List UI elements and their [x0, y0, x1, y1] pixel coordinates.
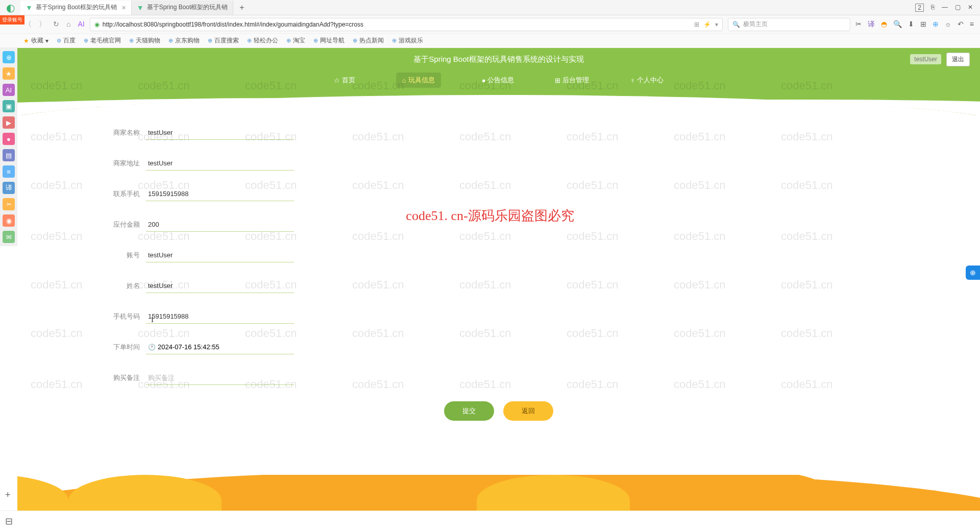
clock-icon: 🕐 [148, 344, 156, 351]
new-tab-button[interactable]: + [233, 3, 250, 12]
menu-bottom-icon[interactable]: ⊟ [5, 516, 13, 527]
site-header: 基于Spring Boot框架的玩具销售系统的设计与实现 testUser 退出… [17, 48, 980, 115]
bookmark-item[interactable]: ⊛百度 [57, 36, 76, 45]
url-input[interactable]: ◉ http://localhost:8080/springboottf198/… [90, 18, 723, 31]
flash-icon[interactable]: ⚡ [703, 21, 711, 28]
input-merchant-name[interactable] [146, 126, 294, 140]
input-amount[interactable] [146, 218, 294, 232]
sidebar-tool-7[interactable]: ▤ [3, 149, 15, 161]
bookmark-item[interactable]: ⊕老毛桃官网 [84, 36, 121, 45]
input-remark[interactable] [146, 371, 294, 385]
nav-home[interactable]: ☆首页 [334, 76, 355, 85]
input-order-time[interactable] [158, 343, 292, 351]
window-badge: 2 [915, 4, 924, 12]
bookmark-item[interactable]: ⊕轻松办公 [247, 36, 278, 45]
input-contact-phone[interactable] [146, 187, 294, 201]
nav-announce[interactable]: ●公告信息 [482, 76, 514, 85]
browser-tab-active[interactable]: ▼ 基于Spring Boot框架的玩具销 × [20, 1, 132, 15]
sidebar-tool-4[interactable]: ▣ [3, 100, 15, 112]
sidebar-tool-6[interactable]: ● [3, 133, 15, 145]
page-content: 基于Spring Boot框架的玩具销售系统的设计与实现 testUser 退出… [17, 48, 980, 511]
search-placeholder: 极简主页 [743, 20, 768, 29]
address-bar: 〈 〉 ↻ ⌂ AI ◉ http://localhost:8080/sprin… [0, 15, 980, 34]
order-form: 商家名称 商家地址 联系手机 应付金额 账号 姓名 手机号码 下单时间🕐 购买备… [17, 115, 980, 436]
translate-icon[interactable]: 译 [868, 20, 875, 29]
house-icon: ⌂ [402, 77, 406, 84]
reload-icon[interactable]: ↻ [53, 20, 59, 29]
sidebar-tool-10[interactable]: ✂ [3, 198, 15, 210]
settings-icon[interactable]: ☼ [945, 20, 951, 29]
security-icon[interactable]: ◓ [881, 20, 887, 29]
globe-icon: ⊕ [313, 37, 318, 44]
zoom-icon[interactable]: 🔍 [893, 20, 902, 29]
label-name: 姓名 [109, 281, 140, 291]
scissors-icon[interactable]: ✂ [855, 20, 862, 29]
nav-admin[interactable]: ⊞后台管理 [555, 76, 589, 85]
bottom-bar: ⊟ [0, 511, 980, 531]
logout-button[interactable]: 退出 [946, 53, 970, 66]
label-contact-phone: 联系手机 [109, 189, 140, 199]
globe-icon: ⊕ [286, 37, 291, 44]
window-maximize-icon[interactable]: ▢ [955, 4, 961, 12]
history-icon[interactable]: ↶ [958, 20, 964, 29]
bookmark-item[interactable]: ⊕网址导航 [313, 36, 345, 45]
apps-icon[interactable]: ⊞ [920, 20, 926, 29]
label-merchant-addr: 商家地址 [109, 159, 140, 168]
close-icon[interactable]: × [122, 4, 126, 12]
input-name[interactable] [146, 279, 294, 293]
globe-icon: ⊕ [208, 37, 212, 44]
menu-icon[interactable]: ≡ [970, 20, 974, 29]
wave-decoration-bottom [17, 475, 980, 511]
input-merchant-addr[interactable] [146, 156, 294, 171]
window-pin-icon[interactable]: ⎘ [931, 4, 935, 12]
submit-button[interactable]: 提交 [444, 401, 494, 421]
bookmark-item[interactable]: ⊕热点新闻 [353, 36, 384, 45]
search-input[interactable]: 🔍 极简主页 [728, 18, 850, 31]
window-close-icon[interactable]: ✕ [968, 4, 973, 12]
login-badge[interactable]: 登录账号 [0, 15, 24, 25]
dropdown-icon[interactable]: ▾ [715, 21, 718, 28]
sidebar-tool-3[interactable]: AI [3, 84, 15, 96]
bookmark-item[interactable]: ⊕淘宝 [286, 36, 305, 45]
tab-title: 基于Spring Boot框架的玩具销 [36, 3, 117, 12]
bookmark-item[interactable]: ⊕百度搜索 [208, 36, 239, 45]
browser-tab-inactive[interactable]: ▼ 基于Spring Boot框架的玩具销 [132, 1, 234, 15]
sidebar-tool-8[interactable]: ≡ [3, 165, 15, 178]
globe-icon: ⊕ [247, 37, 252, 44]
globe-icon[interactable]: ⊕ [933, 20, 939, 29]
favorites-button[interactable]: ★ 收藏 ▾ [23, 36, 48, 45]
window-controls: 2 ⎘ — ▢ ✕ [915, 4, 980, 12]
input-mobile[interactable] [146, 309, 294, 324]
bookmarks-bar: ★ 收藏 ▾ ⊛百度 ⊕老毛桃官网 ⊕天猫购物 ⊕京东购物 ⊕百度搜索 ⊕轻松办… [0, 34, 980, 48]
return-button[interactable]: 返回 [503, 401, 553, 421]
add-bottom-icon[interactable]: + [5, 490, 11, 500]
bookmark-item[interactable]: ⊕游戏娱乐 [392, 36, 423, 45]
globe-icon: ⊛ [57, 37, 61, 44]
bookmark-item[interactable]: ⊕天猫购物 [129, 36, 160, 45]
label-amount: 应付金额 [109, 220, 140, 229]
bookmark-item[interactable]: ⊕京东购物 [168, 36, 200, 45]
scan-icon[interactable]: ⊞ [694, 21, 699, 28]
sidebar-tool-9[interactable]: 译 [3, 182, 15, 194]
label-account: 账号 [109, 251, 140, 260]
person-icon: ♀ [630, 77, 635, 84]
sidebar-tool-11[interactable]: ◉ [3, 214, 15, 227]
nav-toys[interactable]: ⌂玩具信息 [396, 73, 441, 88]
ai-icon[interactable]: AI [78, 20, 84, 29]
input-account[interactable] [146, 248, 294, 262]
download-icon[interactable]: ⬇ [908, 20, 914, 29]
sidebar-tool-2[interactable]: ★ [3, 67, 15, 80]
back-icon[interactable]: 〈 [24, 20, 32, 29]
window-minimize-icon[interactable]: — [942, 4, 948, 12]
sidebar-tool-1[interactable]: ⊕ [3, 51, 15, 63]
star-icon: ★ [23, 37, 29, 44]
sidebar-tool-5[interactable]: ▶ [3, 116, 15, 129]
home-icon[interactable]: ⌂ [66, 20, 70, 29]
nav-profile[interactable]: ♀个人中心 [630, 76, 664, 85]
forward-icon[interactable]: 〉 [39, 20, 46, 29]
vue-icon: ▼ [26, 4, 33, 12]
dot-icon: ● [482, 77, 486, 84]
sidebar-tool-12[interactable]: ✉ [3, 231, 15, 243]
grid-icon: ⊞ [555, 77, 560, 84]
vue-icon: ▼ [137, 4, 144, 12]
